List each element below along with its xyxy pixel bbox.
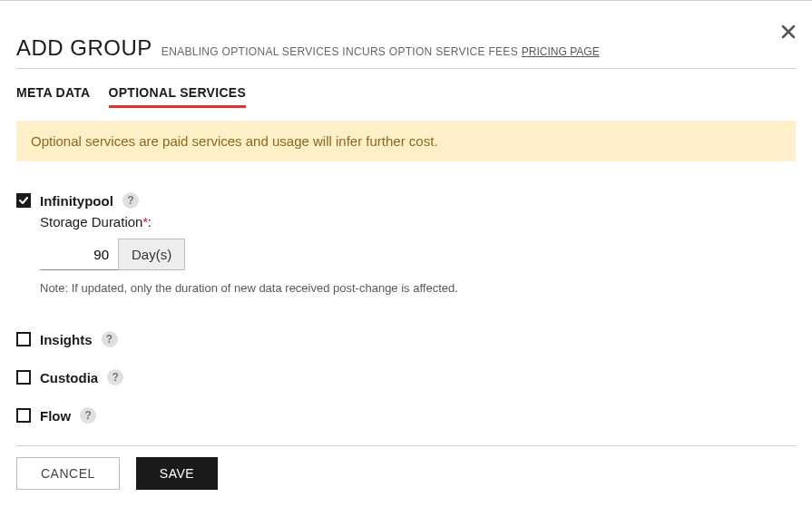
service-infinitypool: Infinitypool ? Storage Duration*: Day(s)… <box>16 192 796 295</box>
checkbox-custodia[interactable] <box>16 370 31 385</box>
tab-optional-services[interactable]: OPTIONAL SERVICES <box>109 85 247 108</box>
label-insights: Insights <box>40 332 93 347</box>
help-icon[interactable]: ? <box>122 192 139 209</box>
storage-duration-label: Storage Duration <box>40 214 142 229</box>
close-icon[interactable] <box>781 21 796 43</box>
label-custodia: Custodia <box>40 370 98 385</box>
footer-actions: CANCEL SAVE <box>16 457 796 506</box>
label-flow: Flow <box>40 408 71 424</box>
help-icon[interactable]: ? <box>102 331 118 347</box>
help-icon[interactable]: ? <box>107 369 123 385</box>
checkbox-flow[interactable] <box>16 408 31 423</box>
tab-bar: META DATA OPTIONAL SERVICES <box>16 85 796 108</box>
checkbox-insights[interactable] <box>16 332 31 346</box>
storage-duration-unit: Day(s) <box>118 239 185 270</box>
tab-meta-data[interactable]: META DATA <box>16 85 91 108</box>
help-icon[interactable]: ? <box>80 407 96 424</box>
pricing-page-link[interactable]: PRICING PAGE <box>522 45 600 58</box>
warning-banner: Optional services are paid services and … <box>16 121 796 161</box>
page-title: ADD GROUP <box>16 35 152 61</box>
cancel-button[interactable]: CANCEL <box>16 457 120 490</box>
checkbox-infinitypool[interactable] <box>16 193 31 208</box>
save-button[interactable]: SAVE <box>136 457 218 490</box>
footer-divider <box>16 445 796 446</box>
service-flow: Flow ? <box>16 407 796 424</box>
storage-duration-note: Note: If updated, only the duration of n… <box>40 281 796 295</box>
page-subtitle: ENABLING OPTIONAL SERVICES INCURS OPTION… <box>161 45 518 58</box>
service-insights: Insights ? <box>16 331 796 347</box>
service-custodia: Custodia ? <box>16 369 796 385</box>
header-divider <box>16 68 796 69</box>
label-infinitypool: Infinitypool <box>40 193 113 209</box>
storage-duration-input[interactable] <box>40 239 118 270</box>
